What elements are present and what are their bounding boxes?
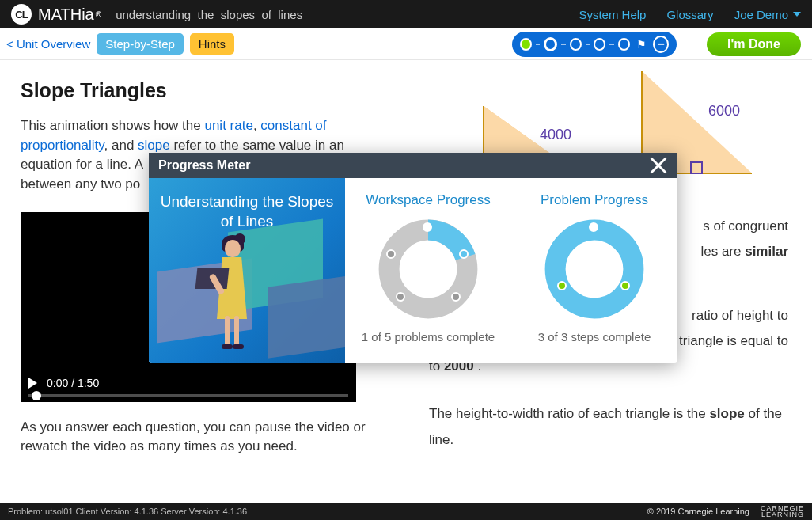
brand: MATHia® — [38, 6, 101, 24]
modal-illustration: Understanding the Slopes of Lines — [149, 178, 345, 363]
progress-pill[interactable]: ⚑ − — [512, 32, 677, 57]
chevron-down-icon — [793, 12, 801, 17]
person-icon — [217, 257, 247, 319]
progress-dot-icon — [520, 38, 532, 51]
version-info: Problem: utsol01 Client Version: 4.1.36 … — [8, 507, 247, 516]
flag-icon: ⚑ — [636, 38, 647, 51]
footer: Problem: utsol01 Client Version: 4.1.36 … — [0, 503, 812, 520]
progress-dot-icon — [594, 38, 605, 51]
play-icon[interactable] — [28, 378, 37, 389]
carnegie-logo-icon: CARNEGIELEARNING — [761, 505, 804, 518]
progress-dot-icon — [618, 38, 630, 51]
user-name: Joe Demo — [734, 8, 788, 21]
step-by-step-button[interactable]: Step-by-Step — [97, 33, 184, 55]
workspace-progress: Workspace Progress 1 of 5 problems compl… — [345, 178, 511, 363]
close-icon — [647, 154, 670, 176]
video-time: 0:00 / 1:50 — [47, 377, 99, 389]
instruction-text: As you answer each question, you can pau… — [21, 418, 369, 457]
right-angle-icon — [690, 161, 703, 174]
scrubber-thumb-icon[interactable] — [32, 391, 41, 400]
im-done-button[interactable]: I'm Done — [707, 32, 801, 56]
progress-dot-icon — [544, 37, 557, 51]
problem-progress: Problem Progress 3 of 3 steps complete — [511, 178, 677, 363]
progress-dot-icon — [570, 38, 582, 51]
topbar: CL MATHia® understanding_the_slopes_of_l… — [0, 0, 812, 28]
user-menu[interactable]: Joe Demo — [734, 8, 801, 21]
video-scrubber[interactable] — [28, 394, 348, 397]
unit-rate-link[interactable]: unit rate — [204, 118, 252, 133]
hints-button[interactable]: Hints — [190, 33, 234, 55]
system-help-link[interactable]: System Help — [579, 8, 646, 21]
triangle-label: 6000 — [708, 103, 740, 120]
collapse-icon[interactable]: − — [653, 36, 669, 53]
video-controls: 0:00 / 1:50 — [21, 366, 356, 402]
workspace-progress-ring — [377, 218, 480, 321]
problem-progress-title: Problem Progress — [519, 192, 670, 208]
triangle-label: 4000 — [540, 127, 571, 143]
toolbar: < Unit Overview Step-by-Step Hints ⚑ − I… — [0, 28, 812, 60]
problem-progress-sub: 3 of 3 steps complete — [519, 330, 670, 344]
unit-overview-link[interactable]: < Unit Overview — [6, 37, 90, 51]
topic-name: understanding_the_slopes_of_lines — [116, 8, 302, 21]
copyright: © 2019 Carnegie Learning — [647, 507, 749, 516]
workspace-progress-title: Workspace Progress — [353, 192, 503, 208]
slope-link[interactable]: slope — [138, 138, 170, 153]
progress-meter-modal: Progress Meter Understanding the Slopes … — [149, 153, 677, 363]
svg-point-4 — [556, 230, 634, 309]
glossary-link[interactable]: Glossary — [666, 8, 713, 21]
page-title: Slope Triangles — [21, 79, 387, 102]
workspace-progress-sub: 1 of 5 problems complete — [353, 330, 503, 344]
close-button[interactable] — [647, 154, 670, 176]
logo-icon: CL — [11, 4, 32, 25]
modal-header: Progress Meter — [149, 153, 677, 178]
problem-progress-ring — [543, 218, 646, 321]
